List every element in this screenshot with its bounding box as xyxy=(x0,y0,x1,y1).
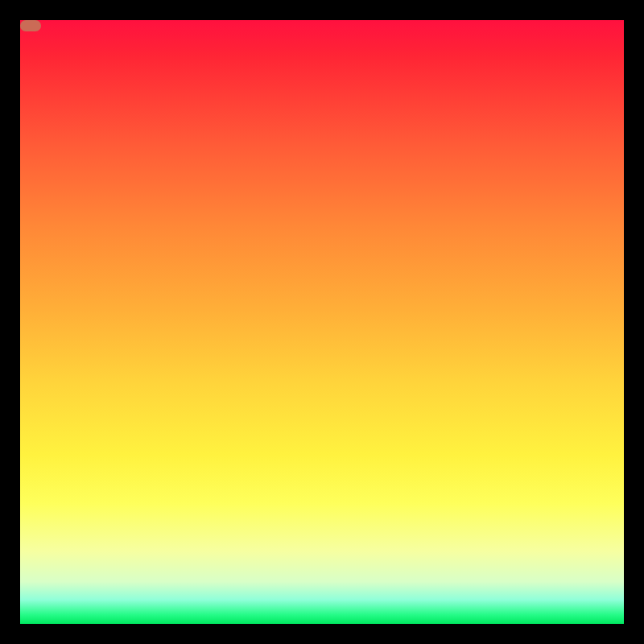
plot-area xyxy=(20,20,624,624)
trough-marker xyxy=(20,20,41,31)
chart-frame xyxy=(0,0,644,644)
bottleneck-curves xyxy=(20,20,624,624)
